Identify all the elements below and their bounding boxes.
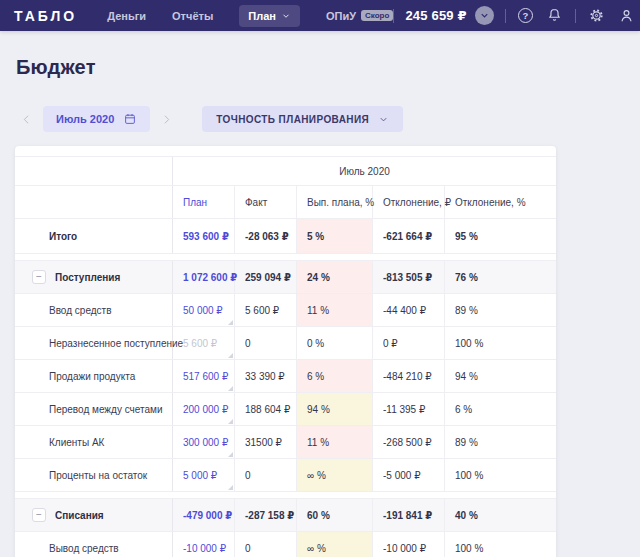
notifications-button[interactable] — [545, 7, 564, 24]
column-header-plan[interactable]: План — [173, 186, 235, 218]
fact-value: 0 — [245, 338, 251, 349]
row-label-cell: Ввод средств — [15, 294, 173, 326]
period-selector[interactable]: Июль 2020 — [43, 106, 150, 132]
table-row: − Поступления 1 072 600 ₽ 259 094 ₽ 24 %… — [15, 260, 556, 294]
plan-cell[interactable]: 50 000 ₽ — [173, 294, 235, 326]
row-label: Ввод средств — [49, 305, 111, 316]
table-row: Проценты на остаток 5 000 ₽ 0 ∞ % -5 000… — [15, 459, 556, 492]
fact-cell: 0 — [235, 459, 297, 491]
profile-button[interactable] — [617, 7, 636, 24]
fact-value: 33 390 ₽ — [245, 371, 285, 382]
deviation-pct-cell: 40 % — [445, 499, 556, 531]
deviation-pct-cell: 100 % — [445, 532, 556, 557]
completion-value: ∞ % — [307, 543, 326, 554]
nav-menu: Деньги Отчёты План ОПиУ Скоро — [107, 5, 393, 27]
completion-value: 11 % — [307, 437, 329, 448]
deviation-rub-cell: -813 505 ₽ — [373, 261, 445, 293]
row-label: Неразнесенное поступление — [49, 338, 183, 349]
balance-group: 245 659 ₽ — [405, 6, 493, 25]
completion-value: 0 % — [307, 338, 324, 349]
deviation-pct-value: 89 % — [455, 305, 478, 316]
plan-value: 1 072 600 ₽ — [183, 272, 237, 283]
chevron-down-icon — [378, 114, 389, 125]
gear-icon — [588, 7, 605, 24]
plan-cell[interactable]: 517 600 ₽ — [173, 360, 235, 392]
plan-cell[interactable]: 300 000 ₽ — [173, 426, 235, 458]
collapse-button[interactable]: − — [32, 508, 46, 522]
empty-corner-cell — [15, 157, 173, 185]
planning-accuracy-button[interactable]: ТОЧНОСТЬ ПЛАНИРОВАНИЯ — [202, 106, 403, 132]
editable-corner-marker — [228, 485, 233, 490]
plan-value: 517 600 ₽ — [183, 371, 228, 382]
plan-cell[interactable]: 200 000 ₽ — [173, 393, 235, 425]
fact-value: 5 600 ₽ — [245, 305, 279, 316]
deviation-rub-cell: -621 664 ₽ — [373, 219, 445, 253]
collapse-button[interactable]: − — [32, 270, 46, 284]
plan-cell[interactable]: -10 000 ₽ — [173, 532, 235, 557]
fact-cell: 0 — [235, 327, 297, 359]
fact-value: -287 158 ₽ — [245, 510, 294, 521]
nav-item-label: ОПиУ — [326, 10, 356, 22]
deviation-pct-cell: 95 % — [445, 219, 556, 253]
completion-cell: 24 % — [297, 261, 373, 293]
balance-chevron-button[interactable] — [475, 6, 494, 25]
settings-button[interactable] — [587, 7, 606, 24]
nav-item-plan[interactable]: План — [239, 5, 300, 27]
table-row: Продажи продукта 517 600 ₽ 33 390 ₽ 6 % … — [15, 360, 556, 393]
deviation-rub-value: -44 400 ₽ — [383, 305, 426, 316]
deviation-rub-value: 0 ₽ — [383, 338, 398, 349]
deviation-rub-value: -621 664 ₽ — [383, 231, 432, 242]
deviation-pct-cell: 94 % — [445, 360, 556, 392]
row-label-cell: Перевод между счетами — [15, 393, 173, 425]
nav-item-label: Отчёты — [172, 10, 213, 22]
fact-value: 0 — [245, 470, 251, 481]
prev-period-button[interactable] — [15, 109, 38, 130]
plan-value: -10 000 ₽ — [183, 543, 226, 554]
deviation-rub-cell: -44 400 ₽ — [373, 294, 445, 326]
chevron-left-icon — [20, 113, 33, 126]
nav-item-money[interactable]: Деньги — [107, 10, 146, 22]
completion-cell: 6 % — [297, 360, 373, 392]
next-period-button[interactable] — [155, 109, 178, 130]
plan-value: 593 600 ₽ — [183, 231, 229, 242]
nav-item-reports[interactable]: Отчёты — [172, 10, 213, 22]
period-header: Июль 2020 — [173, 157, 556, 185]
plan-cell[interactable]: 5 600 ₽ — [173, 327, 235, 359]
bell-icon — [546, 7, 563, 24]
deviation-rub-value: -10 000 ₽ — [383, 543, 426, 554]
plan-value: 200 000 ₽ — [183, 404, 228, 415]
fact-cell: 259 094 ₽ — [235, 261, 297, 293]
fact-cell: 5 600 ₽ — [235, 294, 297, 326]
column-header-fact: Факт — [235, 186, 297, 218]
main-content: Бюджет Июль 2020 ТОЧНОСТЬ ПЛАНИРОВАНИЯ — [0, 56, 640, 557]
nav-item-opiu[interactable]: ОПиУ Скоро — [326, 10, 393, 22]
editable-corner-marker — [228, 320, 233, 325]
table-row: Перевод между счетами 200 000 ₽ 188 604 … — [15, 393, 556, 426]
completion-value: 24 % — [307, 272, 330, 283]
help-button[interactable]: ? — [517, 8, 534, 23]
planning-accuracy-label: ТОЧНОСТЬ ПЛАНИРОВАНИЯ — [216, 114, 369, 125]
nav-item-label: Деньги — [107, 10, 146, 22]
deviation-pct-cell: 89 % — [445, 426, 556, 458]
fact-cell: 31500 ₽ — [235, 426, 297, 458]
logo[interactable]: ТАБЛО — [14, 8, 77, 24]
plan-cell[interactable]: 5 000 ₽ — [173, 459, 235, 491]
app-root: ТАБЛО Деньги Отчёты План ОПиУ Скоро 245 … — [0, 0, 640, 557]
deviation-pct-cell: 76 % — [445, 261, 556, 293]
deviation-rub-cell: 0 ₽ — [373, 327, 445, 359]
completion-value: 6 % — [307, 371, 324, 382]
deviation-rub-value: -484 210 ₽ — [383, 371, 432, 382]
fact-value: 31500 ₽ — [245, 437, 282, 448]
completion-cell: 11 % — [297, 426, 373, 458]
row-label: Клиенты АК — [49, 437, 104, 448]
deviation-pct-value: 100 % — [455, 470, 483, 481]
row-label: Поступления — [55, 272, 120, 283]
completion-cell: 0 % — [297, 327, 373, 359]
deviation-pct-value: 76 % — [455, 272, 478, 283]
row-label: Перевод между счетами — [49, 404, 162, 415]
completion-cell: ∞ % — [297, 459, 373, 491]
row-label-cell: Вывод средств — [15, 532, 173, 557]
deviation-rub-cell: -191 841 ₽ — [373, 499, 445, 531]
chevron-down-icon — [479, 10, 490, 21]
table-row: Ввод средств 50 000 ₽ 5 600 ₽ 11 % -44 4… — [15, 294, 556, 327]
